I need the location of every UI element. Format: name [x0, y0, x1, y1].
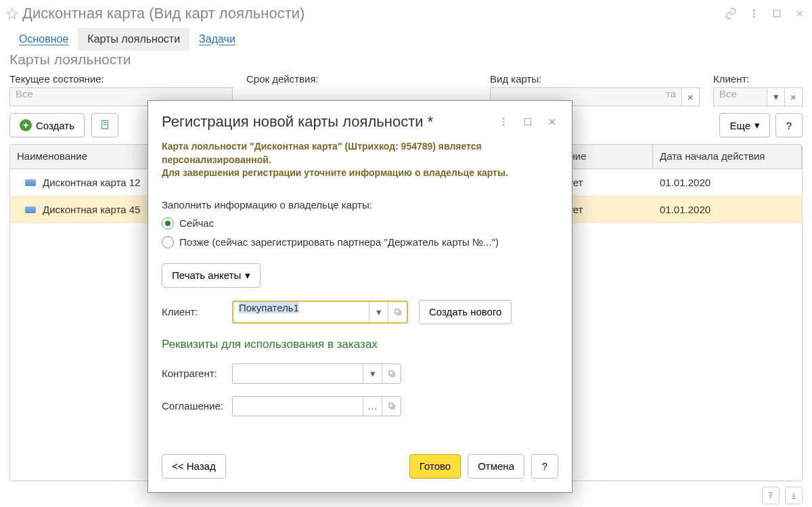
- filter-card-type-label: Вид карты:: [490, 73, 700, 85]
- modal-info-text: Карта лояльности "Дисконтная карта" (Штр…: [162, 140, 558, 180]
- more-button-label: Еще: [729, 120, 750, 131]
- favorite-star-icon[interactable]: [5, 7, 19, 20]
- radio-icon: [162, 236, 174, 248]
- client-input-group: Покупатель1 ▾: [232, 301, 408, 324]
- chevron-down-icon: ▾: [245, 269, 250, 282]
- info-line: Для завершения регистрации уточните инфо…: [162, 167, 508, 178]
- requisites-header: Реквизиты для использования в заказах: [162, 338, 558, 351]
- back-button[interactable]: << Назад: [162, 454, 226, 479]
- tab-main[interactable]: Основное: [9, 28, 78, 51]
- agreement-ellipsis-icon[interactable]: …: [363, 397, 382, 416]
- client-input-value: Покупатель1: [239, 302, 299, 313]
- filter-card-type-clear-icon[interactable]: ×: [682, 87, 700, 106]
- tabs-bar: Основное Карты лояльности Задачи: [0, 27, 812, 51]
- fill-info-prompt: Заполнить информацию о владельце карты:: [162, 199, 558, 211]
- radio-icon: [162, 217, 174, 229]
- counterparty-dropdown-icon[interactable]: ▾: [363, 364, 382, 383]
- svg-point-6: [503, 121, 505, 123]
- radio-now[interactable]: Сейчас: [162, 217, 558, 229]
- page-up-icon[interactable]: [762, 487, 780, 504]
- modal-kebab-icon[interactable]: [497, 116, 510, 128]
- filter-client-dropdown-icon[interactable]: ▾: [767, 87, 785, 106]
- svg-rect-3: [773, 10, 780, 16]
- tab-tasks[interactable]: Задачи: [189, 28, 245, 51]
- done-button[interactable]: Готово: [409, 454, 461, 479]
- card-icon: [25, 179, 36, 186]
- window-title: Дисконтная карта (Вид карт лояльности): [22, 5, 724, 22]
- cancel-button[interactable]: Отмена: [468, 454, 524, 479]
- counterparty-input-group: ▾: [232, 363, 401, 384]
- chevron-down-icon: ▾: [754, 119, 760, 131]
- cell-name: Дисконтная карта 12: [43, 177, 140, 188]
- registration-modal: Регистрация новой карты лояльности * Кар…: [148, 100, 572, 493]
- title-bar: Дисконтная карта (Вид карт лояльности): [0, 0, 812, 27]
- modal-help-button[interactable]: ?: [531, 454, 558, 479]
- svg-rect-9: [395, 309, 399, 313]
- page-down-icon[interactable]: [785, 487, 803, 504]
- agreement-input[interactable]: [233, 397, 363, 416]
- column-header-date[interactable]: Дата начала действия: [653, 145, 802, 169]
- maximize-icon[interactable]: [770, 7, 784, 20]
- filter-client-label: Клиент:: [713, 73, 803, 85]
- svg-rect-8: [524, 118, 531, 125]
- help-button[interactable]: ?: [775, 113, 803, 137]
- client-input[interactable]: Покупатель1: [233, 302, 369, 322]
- radio-now-label: Сейчас: [179, 217, 214, 229]
- agreement-label: Соглашение:: [162, 400, 232, 412]
- svg-point-5: [503, 118, 505, 120]
- tab-loyalty-cards[interactable]: Карты лояльности: [78, 28, 189, 51]
- radio-later[interactable]: Позже (сейчас зарегистрировать партнера …: [162, 236, 558, 248]
- create-button-label: Создать: [36, 120, 74, 131]
- create-button[interactable]: + Создать: [9, 113, 85, 137]
- more-button[interactable]: Еще ▾: [719, 113, 770, 137]
- create-new-button[interactable]: Создать нового: [419, 300, 512, 324]
- counterparty-label: Контрагент:: [162, 368, 232, 379]
- print-survey-button[interactable]: Печать анкеты ▾: [162, 263, 261, 288]
- cell-date: 01.01.2020: [653, 177, 802, 188]
- page-header: Карты лояльности: [0, 51, 812, 72]
- info-line: Карта лояльности "Дисконтная карта" (Штр…: [162, 141, 482, 165]
- agreement-input-group: …: [232, 396, 401, 416]
- filter-client-clear-icon[interactable]: ×: [785, 87, 803, 106]
- card-icon: [25, 206, 36, 213]
- plus-icon: +: [20, 119, 32, 131]
- agreement-open-icon[interactable]: [382, 397, 401, 416]
- radio-later-label: Позже (сейчас зарегистрировать партнера …: [179, 236, 499, 248]
- filter-client-input[interactable]: Все: [713, 87, 767, 106]
- cell-name: Дисконтная карта 45: [43, 204, 140, 215]
- svg-rect-10: [389, 371, 393, 375]
- close-icon[interactable]: [793, 7, 807, 20]
- svg-point-0: [753, 9, 755, 12]
- client-open-icon[interactable]: [388, 302, 407, 322]
- client-dropdown-icon[interactable]: ▾: [369, 302, 388, 322]
- link-icon[interactable]: [724, 7, 738, 20]
- kebab-menu-icon[interactable]: [747, 7, 761, 20]
- counterparty-input[interactable]: [233, 364, 363, 383]
- svg-point-7: [503, 124, 505, 126]
- cell-date: 01.01.2020: [653, 204, 802, 215]
- modal-close-icon[interactable]: [546, 116, 558, 128]
- print-survey-label: Печать анкеты: [172, 269, 241, 281]
- svg-rect-11: [389, 403, 393, 407]
- filter-validity-label: Срок действия:: [246, 73, 476, 85]
- client-field-label: Клиент:: [162, 306, 232, 317]
- modal-maximize-icon[interactable]: [522, 116, 534, 128]
- counterparty-open-icon[interactable]: [382, 364, 401, 383]
- svg-point-1: [753, 12, 755, 14]
- filter-state-label: Текущее состояние:: [9, 73, 233, 85]
- svg-point-2: [753, 16, 755, 18]
- copy-document-button[interactable]: [91, 113, 118, 137]
- modal-title: Регистрация новой карты лояльности *: [162, 113, 497, 131]
